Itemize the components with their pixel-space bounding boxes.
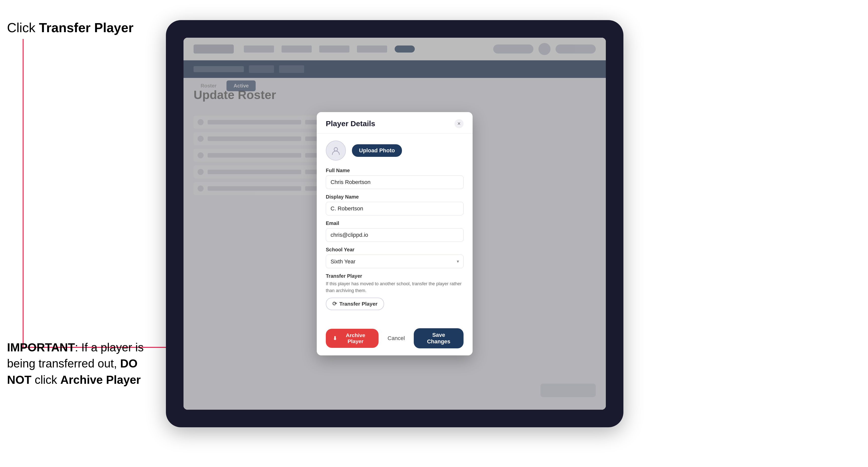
- instruction-top: Click Transfer Player: [7, 20, 133, 35]
- email-input[interactable]: [326, 228, 464, 242]
- photo-row: Upload Photo: [326, 141, 464, 161]
- modal-title: Player Details: [326, 119, 375, 128]
- tablet-screen: Roster Active Update Roster: [184, 38, 606, 410]
- tablet-device: Roster Active Update Roster: [166, 20, 623, 427]
- player-details-modal: Player Details × Uploa: [317, 112, 473, 355]
- transfer-player-section: Transfer Player If this player has moved…: [326, 273, 464, 310]
- email-group: Email: [326, 220, 464, 242]
- modal-close-button[interactable]: ×: [455, 119, 464, 128]
- cancel-button[interactable]: Cancel: [382, 332, 410, 345]
- modal-overlay: Player Details × Uploa: [184, 38, 606, 410]
- school-year-select[interactable]: Sixth Year First Year Second Year Third …: [326, 255, 464, 268]
- transfer-icon: ⟳: [332, 301, 337, 307]
- upload-photo-button[interactable]: Upload Photo: [352, 144, 402, 157]
- instruction-prefix: Click: [7, 20, 39, 35]
- save-changes-button[interactable]: Save Changes: [414, 328, 464, 348]
- modal-footer: ⬇ Archive Player Cancel Save Changes: [317, 323, 473, 355]
- full-name-label: Full Name: [326, 168, 464, 174]
- instruction-bottom: IMPORTANT: If a player is being transfer…: [7, 339, 148, 388]
- archive-player-label: Archive Player: [60, 373, 141, 386]
- arrow-vertical-line: [23, 39, 24, 348]
- player-avatar: [326, 141, 346, 161]
- archive-player-btn-label: Archive Player: [340, 332, 372, 344]
- transfer-player-button[interactable]: ⟳ Transfer Player: [326, 298, 384, 310]
- email-label: Email: [326, 220, 464, 226]
- modal-header: Player Details ×: [317, 112, 473, 133]
- transfer-player-description: If this player has moved to another scho…: [326, 280, 464, 294]
- school-year-select-wrapper: Sixth Year First Year Second Year Third …: [326, 255, 464, 268]
- archive-icon: ⬇: [333, 335, 337, 341]
- display-name-input[interactable]: [326, 202, 464, 215]
- full-name-group: Full Name: [326, 168, 464, 189]
- instruction-bold: Transfer Player: [39, 20, 133, 35]
- modal-body: Upload Photo Full Name Display Name: [317, 133, 473, 323]
- display-name-group: Display Name: [326, 194, 464, 215]
- transfer-player-label: Transfer Player: [326, 273, 464, 279]
- archive-player-button[interactable]: ⬇ Archive Player: [326, 329, 379, 348]
- school-year-label: School Year: [326, 247, 464, 253]
- important-label: IMPORTANT: [7, 341, 75, 354]
- svg-point-0: [334, 148, 338, 151]
- display-name-label: Display Name: [326, 194, 464, 200]
- full-name-input[interactable]: [326, 176, 464, 189]
- instruction-text2: click: [31, 373, 60, 386]
- transfer-player-btn-label: Transfer Player: [339, 301, 378, 307]
- school-year-group: School Year Sixth Year First Year Second…: [326, 247, 464, 268]
